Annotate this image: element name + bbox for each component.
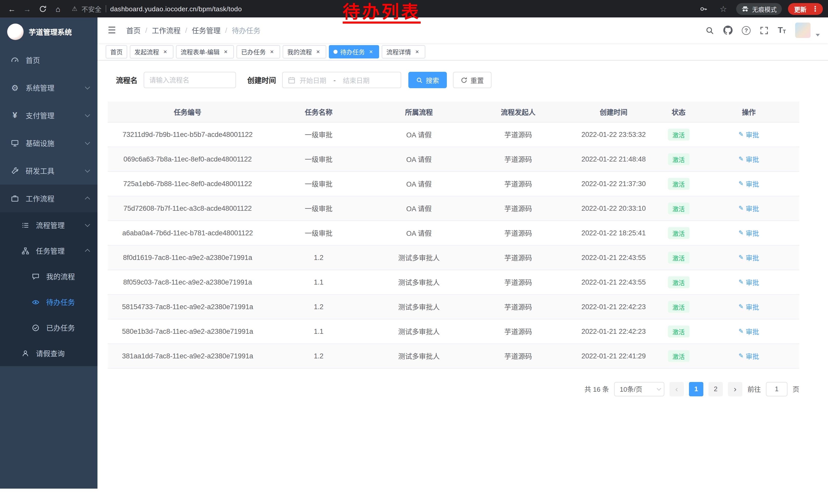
table-row: 75d72608-7b7f-11ec-a3c8-acde48001122 一级审… [108, 196, 799, 221]
cell-created: 2022-01-22 18:25:41 [568, 221, 659, 245]
column-header-initiator: 流程发起人 [468, 101, 569, 122]
tab-label: 发起流程 [134, 47, 159, 56]
security-label: 不安全 [82, 4, 101, 13]
tab-todo-tasks[interactable]: 待办任务 × [329, 45, 379, 58]
sidebar-item-workflow[interactable]: 工作流程 [0, 185, 97, 212]
approve-link[interactable]: ✎︎审批 [739, 302, 759, 312]
sidebar-item-home[interactable]: 首页 [0, 46, 97, 74]
approve-link[interactable]: ✎︎审批 [739, 228, 759, 238]
goto-label: 前往 [747, 384, 761, 394]
browser-forward-icon[interactable]: → [20, 2, 34, 15]
breadcrumb-workflow[interactable]: 工作流程 [152, 25, 180, 35]
sidebar-item-leave-query[interactable]: 请假查询 [0, 340, 97, 366]
search-icon[interactable] [705, 26, 714, 35]
cell-initiator: 芋道源码 [468, 294, 569, 319]
date-range-picker[interactable]: 开始日期 - 结束日期 [282, 72, 401, 88]
goto-page-suffix: 页 [793, 384, 799, 394]
tab-process-form-edit[interactable]: 流程表单-编辑 × [176, 45, 234, 58]
edit-icon: ✎︎ [739, 303, 744, 310]
key-icon[interactable] [697, 2, 710, 15]
tab-home[interactable]: 首页 [106, 45, 127, 58]
sidebar-item-label: 支付管理 [26, 110, 54, 121]
tab-close-icon[interactable]: × [222, 48, 229, 55]
breadcrumb-task-management[interactable]: 任务管理 [192, 25, 220, 35]
browser-home-icon[interactable]: ⌂ [51, 2, 65, 15]
sidebar-item-process-management[interactable]: 流程管理 [0, 212, 97, 238]
cell-process: 测试多审批人 [370, 270, 468, 294]
font-size-icon[interactable]: TT [778, 26, 786, 34]
cell-process: 测试多审批人 [370, 343, 468, 368]
sidebar-item-payment-management[interactable]: ¥ 支付管理 [0, 101, 97, 129]
tab-close-icon[interactable]: × [367, 48, 374, 55]
approve-link[interactable]: ✎︎审批 [739, 179, 759, 188]
sidebar-item-my-processes[interactable]: 我的流程 [0, 264, 97, 289]
prev-page-button[interactable]: ‹ [669, 382, 684, 396]
breadcrumb-separator: / [185, 26, 187, 34]
start-date-placeholder: 开始日期 [300, 75, 326, 85]
chevron-down-icon [85, 168, 90, 173]
avatar[interactable] [795, 22, 811, 38]
hamburger-icon[interactable]: ☰ [106, 25, 118, 36]
cell-task-name: 1.1 [267, 270, 370, 294]
table-row: 8f059c03-7ac8-11ec-a9e2-a2380e71991a 1.1… [108, 270, 799, 294]
github-icon[interactable] [723, 26, 733, 35]
caret-down-icon[interactable] [816, 34, 820, 36]
active-tab-dot [333, 49, 338, 54]
approve-link[interactable]: ✎︎审批 [739, 351, 759, 361]
approve-link[interactable]: ✎︎审批 [739, 130, 759, 139]
status-badge: 激活 [668, 325, 689, 337]
table-row: 73211d9d-7b9b-11ec-b5b7-acde48001122 一级审… [108, 122, 799, 147]
sidebar-item-label: 任务管理 [36, 245, 65, 256]
tab-done-tasks[interactable]: 已办任务 × [237, 45, 280, 58]
help-icon[interactable]: ? [742, 26, 750, 35]
tab-initiate-process[interactable]: 发起流程 × [130, 45, 173, 58]
fullscreen-icon[interactable] [760, 26, 769, 35]
page-button-2[interactable]: 2 [708, 382, 723, 396]
cell-process: 测试多审批人 [370, 294, 468, 319]
browser-back-icon[interactable]: ← [5, 2, 18, 15]
tab-close-icon[interactable]: × [315, 48, 322, 55]
breadcrumb-home[interactable]: 首页 [126, 25, 140, 35]
edit-icon: ✎︎ [739, 229, 744, 236]
table-header-row: 任务编号 任务名称 所属流程 流程发起人 创建时间 状态 操作 [108, 101, 799, 122]
sidebar-item-system-management[interactable]: ⚙︎ 系统管理 [0, 74, 97, 101]
page-size-select[interactable]: 10条/页 [614, 382, 664, 396]
approve-link[interactable]: ✎︎审批 [739, 253, 759, 262]
cell-created: 2022-01-21 22:43:55 [568, 245, 659, 270]
browser-refresh-icon[interactable] [36, 2, 49, 15]
next-page-button[interactable]: › [728, 382, 742, 396]
tab-my-processes[interactable]: 我的流程 × [283, 45, 326, 58]
sidebar-menu: 首页 ⚙︎ 系统管理 ¥ 支付管理 基础设施 [0, 46, 97, 366]
page-button-1[interactable]: 1 [689, 382, 703, 396]
bookmark-star-icon[interactable]: ☆ [717, 2, 730, 15]
search-button[interactable]: 搜索 [408, 72, 447, 88]
breadcrumb-separator: / [225, 26, 227, 34]
goto-page-input[interactable] [766, 382, 787, 396]
approve-link[interactable]: ✎︎审批 [739, 277, 759, 287]
sidebar-item-infrastructure[interactable]: 基础设施 [0, 129, 97, 157]
tab-close-icon[interactable]: × [268, 48, 276, 55]
incognito-badge: 无痕模式 [736, 3, 782, 15]
sidebar-item-done-tasks[interactable]: 已办任务 [0, 315, 97, 340]
address-bar[interactable]: ⚠︎ 不安全 dashboard.yudao.iocoder.cn/bpm/ta… [72, 4, 242, 13]
chevron-down-icon [85, 222, 90, 227]
tab-close-icon[interactable]: × [413, 48, 421, 55]
cell-task-id: 069c6a63-7b8a-11ec-8ef0-acde48001122 [108, 147, 267, 171]
update-button[interactable]: 更新 ⋮ [788, 3, 823, 15]
process-name-input[interactable] [143, 72, 236, 88]
approve-link[interactable]: ✎︎审批 [739, 203, 759, 213]
cell-process: OA 请假 [370, 171, 468, 196]
cell-created: 2022-01-22 20:33:10 [568, 196, 659, 221]
edit-icon: ✎︎ [739, 204, 744, 212]
tab-close-icon[interactable]: × [162, 48, 169, 55]
tab-process-detail[interactable]: 流程详情 × [382, 45, 425, 58]
sidebar-item-label: 工作流程 [26, 193, 54, 203]
sidebar-item-dev-tools[interactable]: 研发工具 [0, 157, 97, 185]
sidebar-item-task-management[interactable]: 任务管理 [0, 238, 97, 264]
sidebar-item-todo-tasks[interactable]: 待办任务 [0, 289, 97, 315]
approve-link[interactable]: ✎︎审批 [739, 326, 759, 336]
kebab-menu-icon[interactable]: ⋮ [810, 5, 821, 13]
approve-link[interactable]: ✎︎审批 [739, 154, 759, 164]
chevron-down-icon [85, 112, 90, 117]
reset-button[interactable]: 重置 [453, 72, 492, 88]
